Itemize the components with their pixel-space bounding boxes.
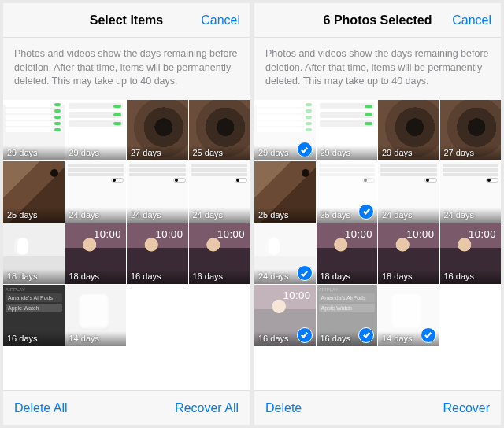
days-remaining-label: 14 days — [65, 331, 127, 346]
recover-button[interactable]: Recover — [443, 401, 490, 415]
delete-all-button[interactable]: Delete All — [14, 401, 68, 415]
selected-check-icon — [297, 327, 313, 343]
phone-left: Select Items Cancel Photos and videos sh… — [3, 3, 250, 425]
days-remaining-label: 24 days — [65, 208, 127, 223]
photo-thumbnail[interactable]: 10:0016 days — [189, 223, 250, 285]
delete-button[interactable]: Delete — [265, 401, 302, 415]
photo-thumbnail[interactable]: 24 days — [378, 161, 439, 223]
photo-thumbnail[interactable]: 24 days — [127, 161, 188, 223]
days-remaining-label: 18 days — [65, 269, 127, 284]
days-remaining-label: 27 days — [127, 146, 188, 160]
photo-thumbnail[interactable]: 25 days — [254, 161, 316, 223]
photo-thumbnail[interactable]: 29 days — [317, 100, 378, 161]
days-remaining-label: 24 days — [127, 208, 188, 223]
phone-right: 6 Photos Selected Cancel Photos and vide… — [254, 3, 501, 425]
days-remaining-label: 18 days — [3, 269, 65, 284]
photo-thumbnail[interactable]: 24 days — [254, 223, 316, 285]
nav-title: 6 Photos Selected — [324, 13, 432, 28]
empty-cell — [440, 285, 502, 346]
navbar: Select Items Cancel — [3, 3, 250, 38]
photo-thumbnail[interactable]: 10:0016 days — [440, 223, 502, 285]
days-remaining-label: 16 days — [3, 331, 65, 346]
toolbar: Delete Recover — [254, 390, 501, 425]
days-remaining-label: 29 days — [378, 146, 439, 160]
photo-thumbnail[interactable]: 18 days — [3, 223, 65, 285]
photo-thumbnail[interactable]: AIRPLAYAmanda's AirPodsApple Watch16 day… — [3, 285, 65, 346]
days-remaining-label: 16 days — [440, 269, 502, 284]
photo-thumbnail[interactable]: 10:0018 days — [378, 223, 439, 285]
photo-thumbnail[interactable]: 29 days — [378, 100, 439, 161]
photo-thumbnail[interactable]: 25 days — [189, 100, 250, 161]
days-remaining-label: 27 days — [440, 146, 502, 160]
photo-thumbnail[interactable]: 10:0016 days — [254, 285, 316, 346]
toolbar: Delete All Recover All — [3, 390, 250, 425]
days-remaining-label: 29 days — [317, 146, 378, 160]
days-remaining-label: 24 days — [440, 208, 502, 223]
spacer — [254, 346, 501, 391]
photo-thumbnail[interactable]: 25 days — [317, 161, 378, 223]
photo-thumbnail[interactable]: 10:0016 days — [127, 223, 188, 285]
photo-thumbnail[interactable]: 24 days — [440, 161, 502, 223]
photo-grid: 29 days29 days27 days25 days25 days24 da… — [3, 100, 250, 346]
photo-thumbnail[interactable]: 29 days — [3, 100, 65, 161]
days-remaining-label: 25 days — [189, 146, 250, 160]
days-remaining-label: 24 days — [189, 208, 250, 223]
days-remaining-label: 29 days — [3, 146, 65, 160]
photo-grid: 29 days29 days29 days27 days25 days25 da… — [254, 100, 501, 346]
days-remaining-label: 18 days — [317, 269, 378, 284]
photo-thumbnail[interactable]: 29 days — [65, 100, 127, 161]
days-remaining-label: 29 days — [65, 146, 127, 160]
photo-thumbnail[interactable]: 25 days — [3, 161, 65, 223]
days-remaining-label: 16 days — [189, 269, 250, 284]
empty-cell — [189, 285, 250, 346]
info-text: Photos and videos show the days remainin… — [254, 38, 501, 100]
days-remaining-label: 16 days — [127, 269, 188, 284]
photo-thumbnail[interactable]: 10:0018 days — [317, 223, 378, 285]
days-remaining-label: 25 days — [254, 208, 316, 223]
photo-thumbnail[interactable]: 14 days — [65, 285, 127, 346]
empty-cell — [127, 285, 188, 346]
selected-check-icon — [297, 265, 313, 281]
spacer — [3, 346, 250, 391]
selected-check-icon — [421, 327, 436, 343]
selected-check-icon — [358, 327, 374, 343]
photo-thumbnail[interactable]: 24 days — [189, 161, 250, 223]
info-text: Photos and videos show the days remainin… — [3, 38, 250, 100]
days-remaining-label: 18 days — [378, 269, 439, 284]
photo-thumbnail[interactable]: 14 days — [378, 285, 439, 346]
photo-thumbnail[interactable]: 29 days — [254, 100, 316, 161]
navbar: 6 Photos Selected Cancel — [254, 3, 501, 38]
photo-thumbnail[interactable]: 24 days — [65, 161, 127, 223]
nav-title: Select Items — [90, 13, 163, 28]
photo-thumbnail[interactable]: 27 days — [127, 100, 188, 161]
days-remaining-label: 24 days — [378, 208, 439, 223]
selected-check-icon — [358, 204, 374, 220]
selected-check-icon — [297, 142, 313, 157]
photo-thumbnail[interactable]: 27 days — [440, 100, 502, 161]
photo-thumbnail[interactable]: 10:0018 days — [65, 223, 127, 285]
days-remaining-label: 25 days — [3, 208, 65, 223]
photo-thumbnail[interactable]: AIRPLAYAmanda's AirPodsApple Watch16 day… — [317, 285, 378, 346]
recover-all-button[interactable]: Recover All — [175, 401, 239, 415]
cancel-button[interactable]: Cancel — [452, 13, 491, 28]
cancel-button[interactable]: Cancel — [201, 13, 240, 28]
